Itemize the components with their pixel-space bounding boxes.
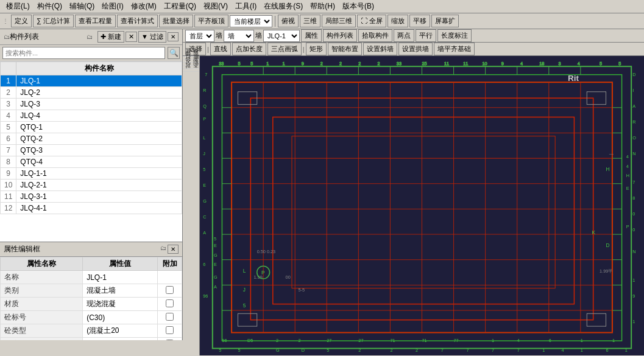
comp-list-title: 构件列表 xyxy=(10,32,39,42)
table-row[interactable]: 10 JLQ-2-1 xyxy=(1,180,182,191)
prop-checkbox-input[interactable] xyxy=(166,286,174,294)
btn-line[interactable]: 直线 xyxy=(210,43,231,55)
menu-version[interactable]: 版本号(B) xyxy=(339,0,378,13)
svg-text:5: 5 xyxy=(327,347,329,353)
btn-two-point[interactable]: 两点 xyxy=(394,29,414,42)
prop-value[interactable]: 300 xyxy=(83,338,158,341)
btn-zoom[interactable]: 缩放 xyxy=(387,15,408,27)
menu-help[interactable]: 帮助(H) xyxy=(306,0,339,13)
btn-new-comp[interactable]: ✚ 新建 xyxy=(97,31,124,43)
btn-screen-expand[interactable]: 屏幕扩 xyxy=(431,15,459,27)
btn-pan[interactable]: 平移 xyxy=(409,15,430,27)
wall-select1[interactable]: 墙 xyxy=(224,30,254,42)
prop-checkbox-input[interactable] xyxy=(166,299,174,307)
btn-batch-select[interactable]: 批量选择 xyxy=(159,15,193,27)
table-row[interactable]: 8 QTQ-4 xyxy=(1,156,182,168)
btn-set-arch-wall[interactable]: 设置拱墙 xyxy=(398,43,433,55)
btn-fullscreen[interactable]: ⛶ 全屏 xyxy=(357,15,386,27)
btn-close-comp-panel[interactable]: ✕ xyxy=(168,32,179,41)
svg-text:1: 1 xyxy=(632,277,635,283)
prop-checkbox-input[interactable] xyxy=(166,313,174,321)
svg-text:G: G xyxy=(214,274,218,280)
table-row[interactable]: 4 JLQ-4 xyxy=(1,110,182,122)
floor-selector[interactable]: 首层 xyxy=(185,30,214,42)
btn-define[interactable]: 定义 xyxy=(11,15,32,27)
table-row[interactable]: 6 QTQ-2 xyxy=(1,133,182,145)
btn-3pt-arc[interactable]: 三点画弧 xyxy=(267,43,302,55)
property-table: 属性名称 属性值 附加 名称 JLQ-1 类别 混凝土墙 材质 现浇混凝 砼标号… xyxy=(0,257,182,340)
btn-rect[interactable]: 矩形 xyxy=(306,43,327,55)
prop-check[interactable] xyxy=(158,298,182,311)
btn-view-qty[interactable]: 查看工程量 xyxy=(75,15,116,27)
btn-pick-comp[interactable]: 拾取构件 xyxy=(358,29,392,42)
table-row[interactable]: 5 QTQ-1 xyxy=(1,122,182,133)
component-list-panel: 🗂 构件列表 🗂 ✚ 新建 ✕ ▼ 过滤 ✕ 🔍 xyxy=(0,29,182,242)
menu-draw[interactable]: 绘图(I) xyxy=(98,0,127,13)
prop-value[interactable]: 现浇混凝 xyxy=(83,298,158,311)
prop-check[interactable] xyxy=(158,338,182,341)
btn-top-view[interactable]: 俯视 xyxy=(278,15,299,27)
prop-checkbox-input[interactable] xyxy=(166,340,174,341)
menu-online[interactable]: 在线服务(S) xyxy=(260,0,306,13)
btn-align-slab[interactable]: 平齐板顶 xyxy=(194,15,228,27)
btn-close-prop[interactable]: ✕ xyxy=(168,245,179,254)
table-row[interactable]: 7 QTQ-3 xyxy=(1,145,182,156)
btn-view-calc[interactable]: 查看计算式 xyxy=(117,15,158,27)
btn-select[interactable]: 选择 xyxy=(185,43,206,55)
menu-floor[interactable]: 楼层(L) xyxy=(2,0,34,13)
floor-select[interactable]: 当前楼层 xyxy=(230,15,272,27)
btn-length-mark[interactable]: 长度标注 xyxy=(437,29,472,42)
table-row[interactable]: 2 JLQ-2 xyxy=(1,87,182,99)
prop-value[interactable]: 混凝土墙 xyxy=(83,284,158,298)
menu-view[interactable]: 视图(V) xyxy=(200,0,232,13)
svg-text:2: 2 xyxy=(358,347,361,353)
svg-text:1: 1 xyxy=(542,347,545,353)
svg-text:1: 1 xyxy=(266,61,269,66)
btn-filter[interactable]: ▼ 过滤 xyxy=(138,31,166,43)
btn-comp-list[interactable]: 构件列表 xyxy=(323,29,357,42)
btn-delete-comp[interactable]: ✕ xyxy=(126,32,137,42)
table-row[interactable]: 9 JLQ-1-1 xyxy=(1,168,182,180)
svg-text:1: 1 xyxy=(492,338,494,343)
svg-text:N: N xyxy=(632,151,635,156)
btn-local-3d[interactable]: 局部三维 xyxy=(322,15,356,27)
menu-tools[interactable]: 工具(I) xyxy=(232,0,260,13)
table-row[interactable]: 1 JLQ-1 xyxy=(1,75,182,87)
menu-axis[interactable]: 辅轴(Q) xyxy=(66,0,98,13)
btn-sum[interactable]: ∑ 汇总计算 xyxy=(33,15,74,27)
prop-value[interactable]: (C30) xyxy=(83,311,158,324)
table-row[interactable]: 12 JLQ-4-1 xyxy=(1,203,182,214)
search-input[interactable] xyxy=(2,47,165,59)
component-selector[interactable]: JLQ-1 xyxy=(263,30,300,42)
prop-value[interactable]: (混凝土20 xyxy=(83,324,158,338)
menu-modify[interactable]: 修改(M) xyxy=(127,0,160,13)
tool-align[interactable]: 对齐 xyxy=(183,71,199,74)
btn-set-slope-wall[interactable]: 设置斜墙 xyxy=(363,43,397,55)
btn-parallel[interactable]: 平行 xyxy=(416,29,436,42)
menu-component[interactable]: 构件(Q) xyxy=(34,0,66,13)
btn-property[interactable]: 属性 xyxy=(301,29,322,42)
svg-text:71: 71 xyxy=(390,338,395,343)
menu-quantity[interactable]: 工程量(Q) xyxy=(160,0,200,13)
btn-wall-align-base[interactable]: 墙平齐基础 xyxy=(434,43,475,55)
svg-text:8: 8 xyxy=(632,195,635,201)
prop-value[interactable]: JLQ-1 xyxy=(83,271,158,284)
prop-check[interactable] xyxy=(158,311,182,324)
btn-3d[interactable]: 三维 xyxy=(300,15,320,27)
svg-text:4: 4 xyxy=(626,154,629,159)
prop-check[interactable] xyxy=(158,284,182,298)
table-row[interactable]: 3 JLQ-3 xyxy=(1,99,182,110)
col-name: 构件名称 xyxy=(16,62,182,75)
prop-check[interactable] xyxy=(158,324,182,338)
btn-smart-layout[interactable]: 智能布置 xyxy=(328,43,362,55)
prop-name: 材质 xyxy=(1,298,83,311)
btn-point-len[interactable]: 点加长度 xyxy=(232,43,266,55)
row-num: 8 xyxy=(1,156,16,168)
drawing-canvas[interactable]: 33 5 5 1 1 9 2 2 2 2 33 25 11 11 xyxy=(200,56,644,355)
prop-checkbox-input[interactable] xyxy=(166,326,174,334)
svg-text:0.50 0.23: 0.50 0.23 xyxy=(257,249,275,254)
svg-text:4: 4 xyxy=(578,61,580,66)
search-button[interactable]: 🔍 xyxy=(168,47,180,59)
table-row[interactable]: 11 JLQ-3-1 xyxy=(1,191,182,203)
prop-row: 砼类型 (混凝土20 xyxy=(1,324,182,338)
